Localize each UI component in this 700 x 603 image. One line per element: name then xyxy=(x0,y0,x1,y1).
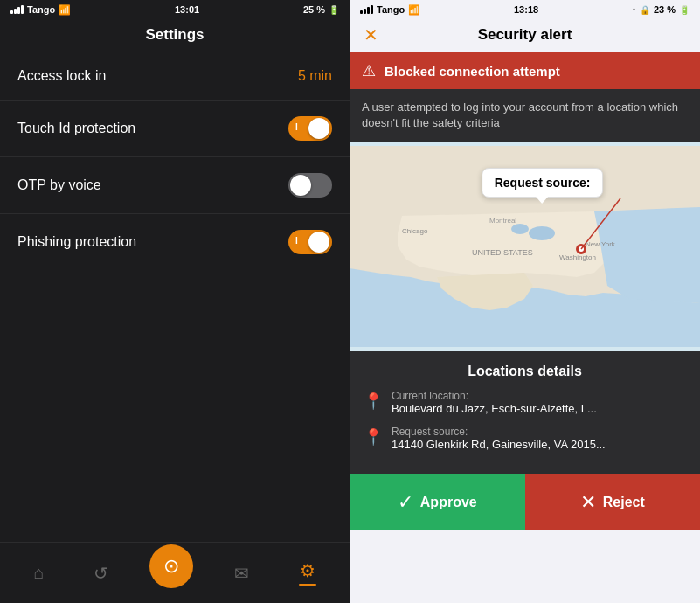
history-icon: ↺ xyxy=(94,563,108,584)
touch-id-label: Touch Id protection xyxy=(17,121,135,136)
approve-label: Approve xyxy=(420,495,477,510)
svg-point-1 xyxy=(529,226,555,240)
touch-id-toggle[interactable]: I xyxy=(288,116,332,141)
alert-banner: ⚠ Blocked connection attempt xyxy=(350,52,700,89)
lock-icon: 🔒 xyxy=(640,5,650,15)
current-location-label: Current location: xyxy=(392,390,597,402)
signal-bar-3 xyxy=(17,7,20,14)
right-signal-bar-4 xyxy=(371,5,373,14)
phishing-toggle-label: I xyxy=(295,236,298,246)
settings-item-touch-id: Touch Id protection I xyxy=(0,100,350,157)
touch-id-toggle-label: I xyxy=(295,122,298,132)
alert-triangle-icon: ⚠ xyxy=(362,61,376,80)
request-source-label: Request source: xyxy=(495,176,591,190)
left-header: Settings xyxy=(0,19,350,52)
location-item-request: 📍 Request source: 14140 Glenkirk Rd, Gai… xyxy=(364,426,686,451)
left-carrier: Tango xyxy=(27,4,55,15)
right-wifi-icon: 📶 xyxy=(408,4,420,16)
wifi-icon: 📶 xyxy=(59,4,71,16)
settings-icon: ⚙ xyxy=(300,560,315,581)
nav-messages[interactable]: ✉ xyxy=(225,558,258,588)
locations-section: Locations details 📍 Current location: Bo… xyxy=(350,351,700,474)
approve-button[interactable]: ✓ Approve xyxy=(350,474,525,530)
otp-label: OTP by voice xyxy=(17,177,101,193)
current-location-info: Current location: Boulevard du Jazz, Esc… xyxy=(392,390,597,415)
settings-item-access-lock: Access lock in 5 min xyxy=(0,52,350,100)
request-location-label: Request source: xyxy=(392,426,606,438)
left-battery: 25 % xyxy=(303,4,325,15)
svg-text:UNITED STATES: UNITED STATES xyxy=(472,248,533,257)
left-status-right: 25 % 🔋 xyxy=(303,4,339,15)
svg-text:Montreal: Montreal xyxy=(489,217,516,225)
svg-text:Washington: Washington xyxy=(559,253,596,261)
signal-bar-2 xyxy=(14,9,17,14)
camera-icon: ⊙ xyxy=(163,555,179,578)
nav-settings[interactable]: ⚙ xyxy=(290,556,325,590)
settings-item-otp: OTP by voice xyxy=(0,157,350,214)
reject-label: Reject xyxy=(603,495,645,510)
signal-bar-4 xyxy=(21,5,24,14)
phishing-knob xyxy=(308,232,329,253)
alert-text: Blocked connection attempt xyxy=(385,64,560,79)
request-location-pin-icon: 📍 xyxy=(364,427,383,447)
phishing-label: Phishing protection xyxy=(17,234,136,250)
svg-text:Chicago: Chicago xyxy=(402,227,428,235)
approve-icon: ✓ xyxy=(398,491,413,514)
left-title: Settings xyxy=(145,26,204,43)
nav-home[interactable]: ⌂ xyxy=(24,558,52,587)
action-buttons: ✓ Approve ✕ Reject xyxy=(350,474,700,530)
request-location-info: Request source: 14140 Glenkirk Rd, Gaine… xyxy=(392,426,606,451)
otp-knob xyxy=(290,175,311,196)
reject-icon: ✕ xyxy=(580,491,596,514)
left-status-bar: Tango 📶 13:01 25 % 🔋 xyxy=(0,0,350,19)
signal-bars xyxy=(10,5,24,14)
alert-description: A user attempted to log into your accoun… xyxy=(350,89,700,142)
current-location-pin-icon: 📍 xyxy=(364,392,383,411)
right-time: 13:18 xyxy=(514,4,538,15)
settings-list: Access lock in 5 min Touch Id protection… xyxy=(0,52,350,542)
right-title: Security alert xyxy=(478,26,572,44)
arrow-icon: ↑ xyxy=(632,5,636,15)
touch-id-knob xyxy=(308,118,329,139)
right-battery-icon: 🔋 xyxy=(679,5,690,15)
settings-item-phishing: Phishing protection I xyxy=(0,214,350,270)
nav-history[interactable]: ↺ xyxy=(85,558,117,588)
phishing-toggle[interactable]: I xyxy=(288,230,332,254)
right-status-right: ↑ 🔒 23 % 🔋 xyxy=(632,4,690,15)
left-panel: Tango 📶 13:01 25 % 🔋 Settings Access loc… xyxy=(0,0,350,603)
battery-icon-left: 🔋 xyxy=(329,5,339,15)
current-location-address: Boulevard du Jazz, Esch-sur-Alzette, L..… xyxy=(392,402,597,415)
right-header: ✕ Security alert xyxy=(350,19,700,52)
bottom-nav: ⌂ ↺ ⊙ ✉ ⚙ xyxy=(0,542,350,603)
right-status-bar: Tango 📶 13:18 ↑ 🔒 23 % 🔋 xyxy=(350,0,700,19)
location-item-current: 📍 Current location: Boulevard du Jazz, E… xyxy=(364,390,686,415)
close-button[interactable]: ✕ xyxy=(364,24,378,45)
access-lock-value: 5 min xyxy=(298,68,332,84)
otp-toggle[interactable] xyxy=(288,173,332,198)
right-signal-bars xyxy=(360,5,373,14)
svg-point-2 xyxy=(511,224,529,234)
left-status-left: Tango 📶 xyxy=(10,4,71,16)
alert-description-text: A user attempted to log into your accoun… xyxy=(362,100,678,129)
right-status-left: Tango 📶 xyxy=(360,4,420,16)
map-container: UNITED STATES Chicago New York Washingto… xyxy=(350,142,700,351)
locations-title: Locations details xyxy=(364,364,686,379)
right-battery: 23 % xyxy=(654,4,676,15)
messages-icon: ✉ xyxy=(234,563,249,584)
access-lock-label: Access lock in xyxy=(17,68,106,84)
svg-text:New York: New York xyxy=(586,240,616,248)
home-icon: ⌂ xyxy=(33,563,44,583)
signal-bar-1 xyxy=(10,10,13,14)
request-source-bubble: Request source: xyxy=(482,168,604,198)
right-signal-bar-3 xyxy=(367,7,370,14)
right-carrier: Tango xyxy=(377,4,405,15)
left-time: 13:01 xyxy=(175,4,199,15)
request-location-address: 14140 Glenkirk Rd, Gainesville, VA 2015.… xyxy=(392,438,606,451)
right-signal-bar-2 xyxy=(364,9,366,14)
right-signal-bar-1 xyxy=(360,10,363,14)
right-panel: Tango 📶 13:18 ↑ 🔒 23 % 🔋 ✕ Security aler… xyxy=(350,0,700,603)
nav-camera[interactable]: ⊙ xyxy=(149,544,193,588)
reject-button[interactable]: ✕ Reject xyxy=(525,474,701,530)
